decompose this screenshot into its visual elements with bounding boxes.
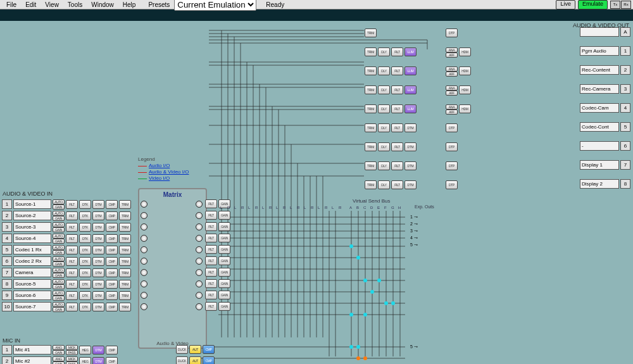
module-TRIM[interactable]: TRIM: [119, 223, 131, 232]
module-AUT[interactable]: AUT: [189, 345, 201, 354]
module-TRIM[interactable]: TRIM: [119, 211, 131, 220]
out-name[interactable]: [580, 27, 619, 37]
module-FILT[interactable]: FILT: [205, 256, 217, 265]
module-CMP[interactable]: CMP: [106, 223, 118, 232]
rx-button[interactable]: Rx: [621, 1, 631, 9]
module-DTM[interactable]: DTM: [404, 123, 417, 132]
module-TRIM[interactable]: TRIM: [365, 66, 377, 75]
module-FILT[interactable]: FILT: [205, 245, 217, 254]
module-DTM[interactable]: DTM: [92, 357, 104, 365]
module-DTM[interactable]: DTM: [404, 180, 417, 189]
matrix-in-port-3[interactable]: [141, 223, 147, 230]
module-TRIM[interactable]: TRIM: [365, 161, 377, 170]
module-DTM[interactable]: DTM: [92, 234, 104, 243]
module-DLY[interactable]: DLY: [378, 47, 390, 56]
module-pair[interactable]: MICKPASS: [66, 356, 78, 365]
module-TRIM[interactable]: TRIM: [119, 246, 131, 254]
module-LLIM[interactable]: LLIM: [404, 66, 417, 75]
module-pair[interactable]: AUTOGAIN: [53, 291, 65, 301]
matrix-in-port-2[interactable]: [141, 212, 147, 219]
matrix-in-port-5[interactable]: [141, 246, 147, 253]
module-CMP[interactable]: CMP: [106, 257, 118, 266]
module-DTK[interactable]: DTK: [79, 246, 91, 254]
channel-name[interactable]: Source-3: [13, 222, 51, 232]
out-name[interactable]: Rec-Camera: [580, 84, 619, 94]
module-TRIM[interactable]: TRIM: [119, 303, 131, 311]
module-FILT[interactable]: FILT: [391, 123, 403, 132]
module-pair[interactable]: ANAAFF: [446, 66, 458, 77]
channel-name[interactable]: Source-7: [13, 302, 51, 311]
module-TRIM[interactable]: TRIM: [365, 47, 377, 56]
module-HEG[interactable]: HEG: [79, 346, 91, 355]
module-DLY[interactable]: DLY: [378, 85, 390, 94]
module-TRIM[interactable]: TRIM: [365, 123, 377, 132]
module-FILT[interactable]: FILT: [391, 47, 403, 56]
matrix-out-port-6[interactable]: [196, 258, 203, 265]
module-DTM[interactable]: DTM: [404, 142, 417, 151]
module-CMP[interactable]: CMP: [106, 211, 118, 220]
module-TRIM[interactable]: TRIM: [119, 268, 131, 277]
module-TRIM[interactable]: TRIM: [365, 142, 377, 151]
module-DLY[interactable]: DLY: [378, 123, 390, 132]
module-FILT[interactable]: FILT: [205, 222, 217, 231]
matrix-in-port-1[interactable]: [141, 201, 147, 208]
module-pair[interactable]: AUTOGAIN: [53, 279, 65, 289]
module-DTK[interactable]: DTK: [79, 257, 91, 266]
matrix-in-port-6[interactable]: [141, 258, 147, 265]
module-LLIM[interactable]: LLIM: [404, 47, 417, 56]
matrix-out-port-10[interactable]: [196, 303, 203, 310]
module-pair[interactable]: AUTOGAIN: [53, 199, 65, 210]
module-LLIM[interactable]: LLIM: [404, 104, 417, 113]
module-FILT[interactable]: FILT: [205, 199, 217, 208]
module-DTM[interactable]: DTM: [92, 246, 104, 254]
module-FILT[interactable]: FILT: [391, 85, 403, 94]
module-DLY[interactable]: DLY: [378, 104, 390, 113]
legend-audio-io[interactable]: Audio I/O: [138, 163, 189, 169]
legend-video-io[interactable]: Video I/O: [138, 175, 189, 182]
matrix-in-port-7[interactable]: [141, 269, 147, 276]
module-GAIN[interactable]: GAIN: [218, 245, 230, 254]
channel-name[interactable]: Source-6: [13, 291, 51, 300]
module-DTM[interactable]: DTM: [92, 303, 104, 311]
module-FILT[interactable]: FILT: [66, 257, 78, 266]
menu-help[interactable]: Help: [118, 1, 141, 8]
module-DTP[interactable]: DTP: [446, 28, 458, 37]
matrix-in-port-10[interactable]: [141, 303, 147, 310]
module-FILT[interactable]: FILT: [66, 280, 78, 289]
module-DTK[interactable]: DTK: [79, 268, 91, 277]
module-hdmi[interactable]: HDM: [459, 104, 471, 113]
module-GAIN[interactable]: GAIN: [218, 302, 230, 311]
module-DTP[interactable]: DTP: [446, 161, 458, 170]
module-pair[interactable]: ANAAFF: [446, 47, 458, 58]
module-DTM[interactable]: DTM: [92, 211, 104, 220]
matrix-out-port-1[interactable]: [196, 201, 203, 208]
matrix-out-port-9[interactable]: [196, 292, 203, 299]
module-DTP[interactable]: DTP: [446, 142, 458, 151]
module-GAIN[interactable]: GAIN: [218, 222, 230, 231]
module-DTK[interactable]: DTK: [79, 291, 91, 300]
module-pair[interactable]: AUTOGAIN: [53, 211, 65, 221]
module-LLIM[interactable]: LLIM: [404, 85, 417, 94]
module-FILT[interactable]: FILT: [66, 211, 78, 220]
out-name[interactable]: Pgm Audio: [580, 46, 619, 56]
module-CMP[interactable]: CMP: [106, 268, 118, 277]
module-FILT[interactable]: FILT: [66, 268, 78, 277]
module-TRIM[interactable]: TRIM: [365, 180, 377, 189]
module-pair[interactable]: ANAAFF: [446, 104, 458, 115]
module-DLY[interactable]: DLY: [378, 66, 390, 75]
preset-select[interactable]: Current Emulation: [174, 0, 256, 11]
module-CMP[interactable]: CMP: [106, 234, 118, 243]
module-TRIM[interactable]: TRIM: [365, 28, 377, 37]
module-CMP[interactable]: CMP: [203, 345, 215, 354]
module-DTP[interactable]: DTP: [446, 123, 458, 132]
channel-name[interactable]: Mic #1: [13, 345, 51, 355]
module-TRIM[interactable]: TRIM: [119, 280, 131, 289]
module-TRIM[interactable]: TRIM: [119, 257, 131, 266]
channel-name[interactable]: Codec 1 Rx: [13, 245, 51, 254]
module-pair[interactable]: AUTOGAIN: [53, 256, 65, 267]
module-DTM[interactable]: DTM: [92, 257, 104, 266]
out-name[interactable]: Display 1: [580, 160, 619, 170]
module-FILT[interactable]: FILT: [391, 180, 403, 189]
module-FILT[interactable]: FILT: [205, 302, 217, 311]
out-name[interactable]: Codec-Cont: [580, 122, 619, 132]
